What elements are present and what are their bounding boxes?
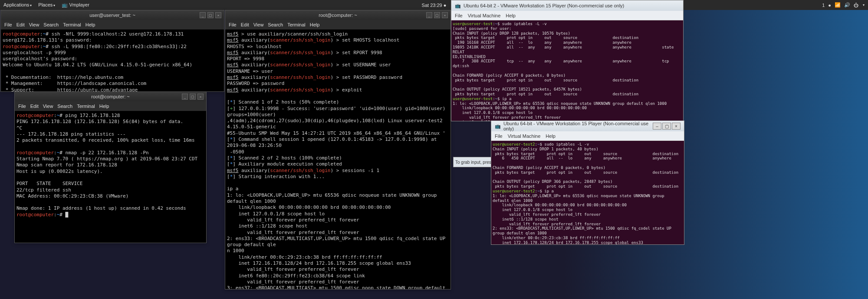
menu-view[interactable]: View [43, 104, 53, 109]
window-title: user@userver_test: ~ [89, 13, 135, 18]
terminal-menubar: File Edit View Search Terminal Help [225, 20, 450, 29]
vmware-titlebar[interactable]: 📺 Ubuntu 64-bit 2 - VMware Workstation 1… [451, 0, 683, 11]
menu-file[interactable]: File [18, 104, 26, 109]
vm-terminal-output[interactable]: user@userver-test:~$ sudo iptables -L -v… [451, 20, 683, 121]
terminal-menubar: File Edit View Search Terminal Help [15, 101, 206, 111]
workspace-indicator[interactable]: 1 [822, 3, 825, 8]
menu-file[interactable]: File [229, 22, 237, 27]
places-menu[interactable]: Places▾ [38, 2, 55, 8]
chevron-down-icon: ▾ [30, 3, 32, 7]
terminal-window-3[interactable]: root@computer: ~ _ ▢ × File Edit View Se… [225, 10, 451, 289]
menu-search[interactable]: Search [268, 22, 283, 27]
vmware-icon: 📺 [495, 124, 501, 129]
window-title: Ubuntu 64-bit 2 - VMware Workstation 15 … [464, 3, 624, 8]
vmware-icon: 📺 [455, 3, 461, 9]
menu-file[interactable]: File [4, 22, 12, 27]
power-icon[interactable]: ⏻ [854, 3, 858, 8]
close-button[interactable]: × [215, 12, 221, 18]
maximize-button[interactable]: ▢ [190, 94, 196, 100]
menu-help[interactable]: Help [310, 22, 320, 27]
terminal-menubar: File Edit View Search Terminal Help [1, 20, 224, 29]
vmware-titlebar[interactable]: 📺 Ubuntu 64-bit - VMware Workstation 15 … [491, 121, 684, 131]
menu-search[interactable]: Search [57, 104, 72, 109]
vmware-window-1[interactable]: 📺 Ubuntu 64-bit 2 - VMware Workstation 1… [451, 0, 684, 121]
menu-edit[interactable]: Edit [241, 22, 249, 27]
grab-input-hint: To grab input, press Ctrl+ [453, 157, 491, 167]
menu-terminal[interactable]: Terminal [287, 22, 306, 27]
close-button[interactable]: × [197, 94, 204, 100]
menu-virtual-machine[interactable]: Virtual Machine [468, 13, 501, 18]
vmplayer-taskbar-app[interactable]: 📺 Vmplayer [62, 2, 89, 8]
minimize-button[interactable]: _ [426, 12, 432, 18]
close-button[interactable]: × [672, 123, 681, 130]
window-titlebar[interactable]: user@userver_test: ~ _ ▢ × [1, 10, 224, 20]
volume-icon[interactable]: 🔊 [844, 2, 850, 8]
chevron-down-icon: ▾ [53, 3, 55, 7]
menu-help[interactable]: Help [546, 133, 556, 139]
menu-search[interactable]: Search [43, 22, 59, 27]
menu-terminal[interactable]: Terminal [63, 22, 81, 27]
record-icon[interactable]: ● [828, 3, 831, 8]
window-title: Ubuntu 64-bit - VMware Workstation 15 Pl… [503, 121, 653, 131]
terminal-window-1[interactable]: user@userver_test: ~ _ ▢ × File Edit Vie… [0, 10, 224, 92]
window-titlebar[interactable]: root@computer: ~ _ ▢ × [15, 92, 206, 101]
maximize-button[interactable]: ▢ [434, 12, 440, 18]
gnome-taskbar: Applications▾ Places▾ 📺 Vmplayer Sat 23:… [0, 0, 868, 10]
menu-view[interactable]: View [253, 22, 264, 27]
window-titlebar[interactable]: root@computer: ~ _ ▢ × [225, 10, 450, 20]
menu-edit[interactable]: Edit [16, 22, 25, 27]
menu-file[interactable]: File [495, 133, 503, 139]
vmware-menubar: File Virtual Machine Help [491, 131, 684, 141]
menu-virtual-machine[interactable]: Virtual Machine [508, 133, 541, 139]
maximize-button[interactable]: ▢ [207, 12, 214, 18]
maximize-button[interactable]: ▢ [662, 123, 671, 130]
vm-terminal-output[interactable]: user@userver-test2:~$ sudo iptables -L -… [491, 141, 684, 244]
window-title: root@computer: ~ [91, 94, 130, 99]
window-title: root@computer: ~ [319, 13, 357, 18]
menu-help[interactable]: Help [506, 13, 516, 18]
chevron-down-icon[interactable]: ▾ [863, 3, 865, 7]
menu-terminal[interactable]: Terminal [77, 104, 95, 109]
menu-help[interactable]: Help [99, 104, 109, 109]
menu-view[interactable]: View [29, 22, 39, 27]
terminal-window-2[interactable]: root@computer: ~ _ ▢ × File Edit View Se… [14, 91, 207, 243]
network-icon[interactable]: 📶 [835, 2, 841, 8]
terminal-output[interactable]: root@computer:~# ssh -NfL 9999:localhost… [1, 29, 224, 91]
minimize-button[interactable]: _ [200, 12, 206, 18]
terminal-output[interactable]: msf5 > use auxiliary/scanner/ssh/ssh_log… [225, 29, 450, 289]
menu-file[interactable]: File [455, 13, 463, 18]
vmware-window-2[interactable]: 📺 Ubuntu 64-bit - VMware Workstation 15 … [491, 120, 684, 245]
vmware-menubar: File Virtual Machine Help [451, 11, 683, 20]
terminal-output[interactable]: root@computer:~# ping 172.16.178.128 PIN… [15, 111, 206, 243]
menu-help[interactable]: Help [85, 22, 95, 27]
close-button[interactable]: × [442, 12, 448, 18]
menu-edit[interactable]: Edit [30, 104, 39, 109]
minimize-button[interactable]: _ [182, 94, 188, 100]
minimize-button[interactable]: – [653, 123, 661, 130]
taskbar-clock[interactable]: Sat 23:29 ● [422, 3, 447, 8]
applications-menu[interactable]: Applications▾ [3, 2, 32, 8]
